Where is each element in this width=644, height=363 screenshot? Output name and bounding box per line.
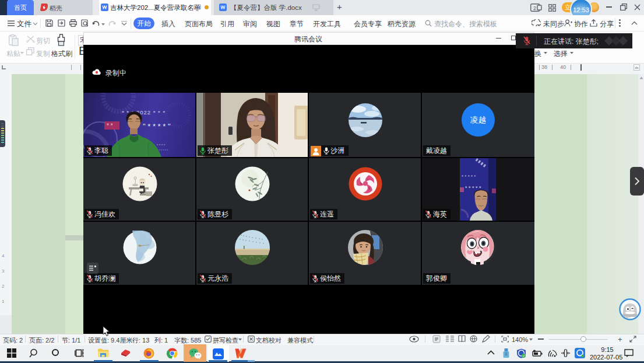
svg-text:* * * *: * * * * <box>157 144 166 147</box>
svg-text:" * * * * ": " * * * * " <box>143 122 171 131</box>
svg-text:* * * * *: * * * * * <box>462 174 476 179</box>
svg-text:2: 2 <box>533 5 536 11</box>
svg-text:* *: * * <box>107 123 113 129</box>
